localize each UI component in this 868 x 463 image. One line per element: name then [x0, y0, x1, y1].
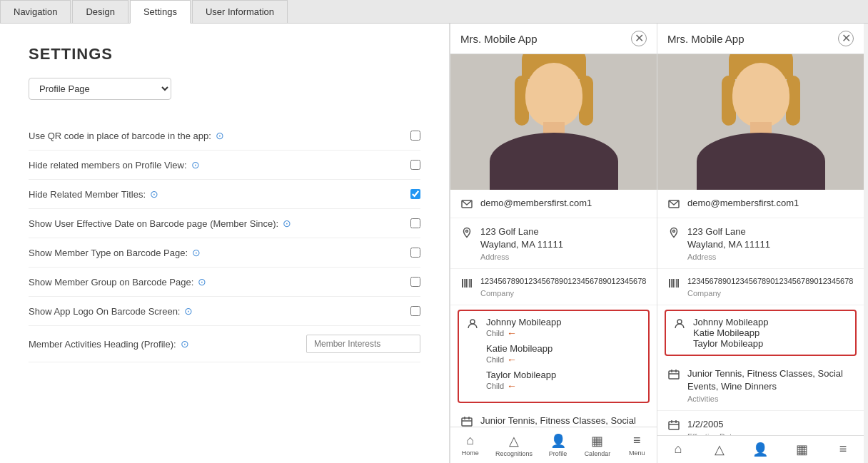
- svg-point-18: [677, 320, 682, 324]
- profile-icon-1: 👤: [550, 433, 566, 449]
- calendar-icon-2: [667, 368, 680, 381]
- nav-menu-2[interactable]: ≡: [829, 442, 857, 457]
- member-2-role: Child: [486, 355, 504, 364]
- nav-home-1[interactable]: ⌂ Home: [456, 433, 485, 457]
- svg-rect-19: [669, 371, 679, 379]
- mobile-panel-2: Mrs. Mobile App ✕ demo@membersfirst.com1: [657, 24, 864, 463]
- setting-label-hide-titles: Hide Related Member Titles:: [29, 189, 146, 200]
- help-icon-hide-titles[interactable]: ⊙: [150, 188, 158, 200]
- checkbox-app-logo[interactable]: [410, 306, 420, 316]
- panel-2-effective-date: 1/2/2005: [687, 418, 854, 431]
- nav-profile-2[interactable]: 👤: [746, 442, 774, 457]
- home-icon-2: ⌂: [674, 442, 682, 457]
- panel-2-member-3-name: Taylor Mobileapp: [693, 338, 769, 349]
- panel-2-activities-label: Activities: [687, 395, 854, 403]
- help-icon-activities-heading[interactable]: ⊙: [181, 338, 189, 350]
- panel-1-close[interactable]: ✕: [631, 31, 647, 46]
- nav-menu-1[interactable]: ≡ Menu: [622, 433, 651, 457]
- nav-calendar-label-1: Calendar: [585, 450, 611, 457]
- help-icon-app-logo[interactable]: ⊙: [184, 305, 193, 317]
- nav-home-2[interactable]: ⌂: [664, 442, 692, 457]
- svg-rect-15: [675, 279, 675, 288]
- nav-menu-label-1: Menu: [629, 449, 645, 457]
- member-3-role: Child: [486, 382, 504, 390]
- barcode-icon: [460, 277, 473, 290]
- panel-2-email: demo@membersfirst.com1: [687, 197, 854, 210]
- profile-icon-2: 👤: [752, 442, 768, 457]
- tab-design[interactable]: Design: [72, 0, 128, 23]
- setting-label-activities-heading: Member Activities Heading (Profile):: [29, 339, 176, 350]
- help-icon-member-type[interactable]: ⊙: [192, 247, 201, 258]
- setting-label-qr: Use QR code in place of barcode in the a…: [29, 131, 211, 141]
- nav-profile-label-1: Profile: [549, 450, 567, 457]
- panel-2-effective-date-row: 1/2/2005 Effective Date: [657, 411, 864, 435]
- arrow-icon-2: ←: [507, 354, 517, 365]
- panel-1-activities-row: Junior Tennis, Fitness Classes, Social E…: [450, 407, 657, 427]
- nav-recognitions-2[interactable]: △: [705, 442, 734, 457]
- help-icon-hide-related[interactable]: ⊙: [191, 159, 200, 171]
- nav-recognitions-1[interactable]: △ Recognitions: [495, 433, 533, 457]
- email-icon: [460, 198, 473, 210]
- panel-1-email: demo@membersfirst.com1: [480, 197, 647, 210]
- panel-1-title: Mrs. Mobile App: [460, 33, 538, 45]
- person-body: [490, 133, 618, 190]
- recognitions-icon-1: △: [509, 433, 519, 449]
- svg-rect-5: [468, 279, 468, 288]
- panel-2-address1: 123 Golf Lane: [687, 225, 854, 238]
- checkbox-hide-titles[interactable]: [410, 189, 420, 199]
- member-1-role: Child: [486, 329, 504, 337]
- panel-1-barcode-label: Company: [480, 289, 647, 297]
- panel-2-address-row: 123 Golf Lane Wayland, MA 11111 Address: [657, 218, 864, 269]
- nav-recognitions-label-1: Recognitions: [495, 450, 533, 457]
- panel-2-photo: [657, 54, 864, 190]
- page-select[interactable]: Profile Page Home Page Events Page: [29, 78, 171, 100]
- setting-row-qr-code: Use QR code in place of barcode in the a…: [29, 121, 420, 151]
- tab-settings[interactable]: Settings: [130, 0, 191, 24]
- svg-rect-4: [465, 279, 467, 288]
- panel-1-barcode-row: 12345678901234567890123456789012345678 C…: [450, 269, 657, 305]
- dropdown-row: Profile Page Home Page Events Page: [29, 78, 420, 100]
- email-icon-2: [667, 198, 680, 210]
- nav-calendar-1[interactable]: ▦ Calendar: [583, 433, 612, 457]
- tab-navigation[interactable]: Navigation: [0, 0, 71, 23]
- help-icon-qr[interactable]: ⊙: [216, 130, 224, 141]
- panel-2-close[interactable]: ✕: [838, 31, 854, 46]
- svg-rect-2: [462, 279, 463, 288]
- barcode-icon-2: [667, 277, 680, 290]
- checkbox-member-type[interactable]: [410, 248, 420, 258]
- panel-2-related-members-box: Johnny Mobileapp Katie Mobileapp Taylor …: [665, 310, 857, 356]
- checkbox-qr-code[interactable]: [410, 131, 420, 141]
- setting-label-member-type: Show Member Type on Barcode Page:: [29, 248, 188, 258]
- svg-point-8: [470, 320, 475, 324]
- panel-1-activities: Junior Tennis, Fitness Classes, Social E…: [480, 414, 647, 427]
- checkbox-hide-related[interactable]: [410, 160, 420, 170]
- settings-title: SETTINGS: [29, 45, 420, 63]
- panel-1-address-label: Address: [480, 253, 647, 261]
- help-icon-effective-date[interactable]: ⊙: [283, 218, 291, 229]
- checkbox-member-group[interactable]: [410, 277, 420, 287]
- svg-rect-16: [676, 279, 677, 288]
- setting-label-effective-date: Show User Effective Date on Barcode page…: [29, 218, 278, 229]
- nav-home-label-1: Home: [462, 449, 479, 457]
- nav-calendar-2[interactable]: ▦: [787, 442, 816, 457]
- checkbox-effective-date[interactable]: [410, 218, 420, 228]
- panel-1-photo: [450, 54, 657, 190]
- panel-2-member-2-name: Katie Mobileapp: [693, 327, 769, 338]
- panel-2-barcode-label: Company: [687, 289, 854, 297]
- panel-2-member-1-name: Johnny Mobileapp: [693, 317, 769, 327]
- svg-rect-20: [669, 422, 679, 429]
- nav-profile-1[interactable]: 👤 Profile: [544, 433, 572, 457]
- member-1-name: Johnny Mobileapp: [486, 317, 562, 327]
- panel-2-activities-row: Junior Tennis, Fitness Classes, Social E…: [657, 360, 864, 411]
- top-tabs-bar: Navigation Design Settings User Informat…: [0, 0, 868, 24]
- panel-2-title: Mrs. Mobile App: [667, 33, 745, 45]
- activities-heading-input[interactable]: [306, 335, 420, 353]
- help-icon-member-group[interactable]: ⊙: [198, 276, 206, 288]
- panel-2-email-row: demo@membersfirst.com1: [657, 190, 864, 218]
- tab-user-information[interactable]: User Information: [192, 0, 288, 23]
- setting-row-member-type: Show Member Type on Barcode Page: ⊙: [29, 238, 420, 268]
- person-icon-2: [673, 317, 686, 330]
- home-icon-1: ⌂: [466, 433, 474, 448]
- panel-1-header: Mrs. Mobile App ✕: [450, 24, 657, 54]
- member-2-name: Katie Mobileapp: [486, 343, 562, 354]
